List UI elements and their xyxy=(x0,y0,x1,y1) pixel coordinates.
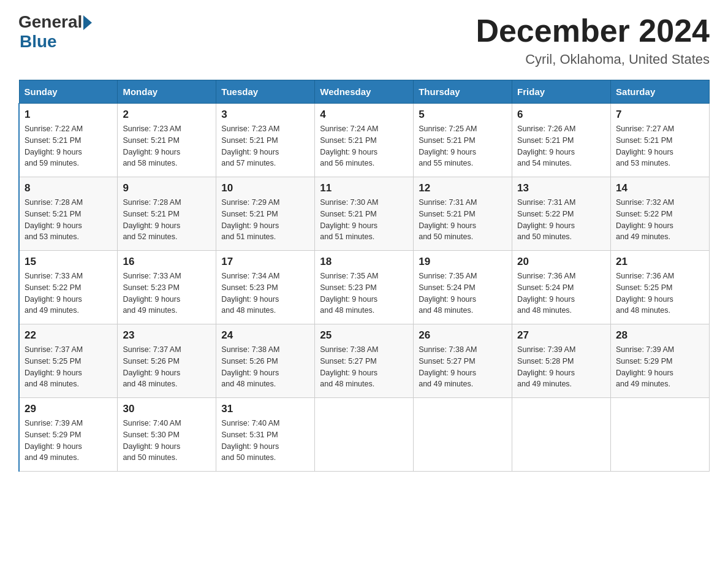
day-number: 2 xyxy=(123,109,211,121)
calendar-cell: 27Sunrise: 7:39 AMSunset: 5:28 PMDayligh… xyxy=(512,324,611,398)
day-info: Sunrise: 7:40 AMSunset: 5:30 PMDaylight:… xyxy=(123,418,211,464)
calendar-cell: 17Sunrise: 7:34 AMSunset: 5:23 PMDayligh… xyxy=(216,251,315,324)
calendar-cell: 11Sunrise: 7:30 AMSunset: 5:21 PMDayligh… xyxy=(315,177,414,251)
day-info: Sunrise: 7:23 AMSunset: 5:21 PMDaylight:… xyxy=(123,123,211,169)
day-info: Sunrise: 7:29 AMSunset: 5:21 PMDaylight:… xyxy=(221,197,309,243)
day-number: 13 xyxy=(517,182,605,194)
calendar-cell xyxy=(611,398,710,472)
day-number: 26 xyxy=(419,329,507,342)
calendar-cell: 31Sunrise: 7:40 AMSunset: 5:31 PMDayligh… xyxy=(216,398,315,472)
day-info: Sunrise: 7:22 AMSunset: 5:21 PMDaylight:… xyxy=(25,123,112,169)
calendar-cell: 10Sunrise: 7:29 AMSunset: 5:21 PMDayligh… xyxy=(216,177,315,251)
day-info: Sunrise: 7:30 AMSunset: 5:21 PMDaylight:… xyxy=(320,197,408,243)
calendar-cell: 6Sunrise: 7:26 AMSunset: 5:21 PMDaylight… xyxy=(512,104,611,177)
day-number: 28 xyxy=(616,329,704,342)
calendar-cell: 29Sunrise: 7:39 AMSunset: 5:29 PMDayligh… xyxy=(19,398,118,472)
calendar-cell: 28Sunrise: 7:39 AMSunset: 5:29 PMDayligh… xyxy=(611,324,710,398)
calendar-cell: 30Sunrise: 7:40 AMSunset: 5:30 PMDayligh… xyxy=(118,398,216,472)
day-header-tuesday: Tuesday xyxy=(216,80,315,104)
day-info: Sunrise: 7:38 AMSunset: 5:26 PMDaylight:… xyxy=(221,344,309,390)
day-number: 10 xyxy=(221,182,309,194)
day-number: 16 xyxy=(123,256,211,268)
calendar-cell xyxy=(315,398,414,472)
day-number: 9 xyxy=(123,182,211,194)
day-info: Sunrise: 7:36 AMSunset: 5:25 PMDaylight:… xyxy=(616,270,704,316)
day-info: Sunrise: 7:27 AMSunset: 5:21 PMDaylight:… xyxy=(616,123,704,169)
logo-blue-text: Blue xyxy=(20,32,57,52)
calendar-cell: 22Sunrise: 7:37 AMSunset: 5:25 PMDayligh… xyxy=(19,324,118,398)
calendar-week-4: 22Sunrise: 7:37 AMSunset: 5:25 PMDayligh… xyxy=(19,324,710,398)
day-number: 29 xyxy=(25,403,112,415)
calendar-week-2: 8Sunrise: 7:28 AMSunset: 5:21 PMDaylight… xyxy=(19,177,710,251)
calendar-cell: 15Sunrise: 7:33 AMSunset: 5:22 PMDayligh… xyxy=(19,251,118,324)
day-number: 22 xyxy=(25,329,112,342)
day-info: Sunrise: 7:25 AMSunset: 5:21 PMDaylight:… xyxy=(419,123,507,169)
calendar-cell: 4Sunrise: 7:24 AMSunset: 5:21 PMDaylight… xyxy=(315,104,414,177)
location-text: Cyril, Oklahoma, United States xyxy=(476,52,710,67)
day-info: Sunrise: 7:23 AMSunset: 5:21 PMDaylight:… xyxy=(221,123,309,169)
logo: General Blue xyxy=(18,12,92,52)
calendar-cell: 21Sunrise: 7:36 AMSunset: 5:25 PMDayligh… xyxy=(611,251,710,324)
calendar-cell: 25Sunrise: 7:38 AMSunset: 5:27 PMDayligh… xyxy=(315,324,414,398)
day-info: Sunrise: 7:39 AMSunset: 5:29 PMDaylight:… xyxy=(616,344,704,390)
calendar-cell: 5Sunrise: 7:25 AMSunset: 5:21 PMDaylight… xyxy=(414,104,512,177)
day-info: Sunrise: 7:35 AMSunset: 5:23 PMDaylight:… xyxy=(320,270,408,316)
calendar-cell: 19Sunrise: 7:35 AMSunset: 5:24 PMDayligh… xyxy=(414,251,512,324)
calendar-cell: 16Sunrise: 7:33 AMSunset: 5:23 PMDayligh… xyxy=(118,251,216,324)
day-number: 25 xyxy=(320,329,408,342)
day-info: Sunrise: 7:28 AMSunset: 5:21 PMDaylight:… xyxy=(123,197,211,243)
day-number: 20 xyxy=(517,256,605,268)
day-info: Sunrise: 7:35 AMSunset: 5:24 PMDaylight:… xyxy=(419,270,507,316)
calendar-cell: 14Sunrise: 7:32 AMSunset: 5:22 PMDayligh… xyxy=(611,177,710,251)
calendar-week-5: 29Sunrise: 7:39 AMSunset: 5:29 PMDayligh… xyxy=(19,398,710,472)
day-info: Sunrise: 7:31 AMSunset: 5:21 PMDaylight:… xyxy=(419,197,507,243)
day-number: 5 xyxy=(419,109,507,121)
day-info: Sunrise: 7:33 AMSunset: 5:22 PMDaylight:… xyxy=(25,270,112,316)
day-info: Sunrise: 7:33 AMSunset: 5:23 PMDaylight:… xyxy=(123,270,211,316)
calendar-cell: 20Sunrise: 7:36 AMSunset: 5:24 PMDayligh… xyxy=(512,251,611,324)
day-info: Sunrise: 7:28 AMSunset: 5:21 PMDaylight:… xyxy=(25,197,112,243)
day-number: 19 xyxy=(419,256,507,268)
calendar-table: SundayMondayTuesdayWednesdayThursdayFrid… xyxy=(18,80,710,472)
day-header-friday: Friday xyxy=(512,80,611,104)
calendar-cell: 9Sunrise: 7:28 AMSunset: 5:21 PMDaylight… xyxy=(118,177,216,251)
day-header-sunday: Sunday xyxy=(19,80,118,104)
day-number: 1 xyxy=(25,109,112,121)
day-info: Sunrise: 7:34 AMSunset: 5:23 PMDaylight:… xyxy=(221,270,309,316)
day-info: Sunrise: 7:39 AMSunset: 5:29 PMDaylight:… xyxy=(25,418,112,464)
calendar-cell: 3Sunrise: 7:23 AMSunset: 5:21 PMDaylight… xyxy=(216,104,315,177)
calendar-cell: 8Sunrise: 7:28 AMSunset: 5:21 PMDaylight… xyxy=(19,177,118,251)
logo-arrow-icon xyxy=(83,15,92,30)
title-section: December 2024 Cyril, Oklahoma, United St… xyxy=(476,12,710,67)
page-header: General Blue December 2024 Cyril, Oklaho… xyxy=(18,12,710,67)
day-number: 3 xyxy=(221,109,309,121)
day-info: Sunrise: 7:32 AMSunset: 5:22 PMDaylight:… xyxy=(616,197,704,243)
day-number: 12 xyxy=(419,182,507,194)
day-info: Sunrise: 7:40 AMSunset: 5:31 PMDaylight:… xyxy=(221,418,309,464)
calendar-cell: 2Sunrise: 7:23 AMSunset: 5:21 PMDaylight… xyxy=(118,104,216,177)
day-header-wednesday: Wednesday xyxy=(315,80,414,104)
day-number: 23 xyxy=(123,329,211,342)
calendar-cell: 1Sunrise: 7:22 AMSunset: 5:21 PMDaylight… xyxy=(19,104,118,177)
calendar-cell xyxy=(512,398,611,472)
day-number: 14 xyxy=(616,182,704,194)
day-number: 18 xyxy=(320,256,408,268)
day-info: Sunrise: 7:36 AMSunset: 5:24 PMDaylight:… xyxy=(517,270,605,316)
day-number: 24 xyxy=(221,329,309,342)
calendar-cell: 18Sunrise: 7:35 AMSunset: 5:23 PMDayligh… xyxy=(315,251,414,324)
day-header-thursday: Thursday xyxy=(414,80,512,104)
day-number: 21 xyxy=(616,256,704,268)
calendar-cell xyxy=(414,398,512,472)
logo-general-text: General xyxy=(18,12,82,32)
calendar-cell: 23Sunrise: 7:37 AMSunset: 5:26 PMDayligh… xyxy=(118,324,216,398)
day-info: Sunrise: 7:24 AMSunset: 5:21 PMDaylight:… xyxy=(320,123,408,169)
day-number: 6 xyxy=(517,109,605,121)
calendar-cell: 13Sunrise: 7:31 AMSunset: 5:22 PMDayligh… xyxy=(512,177,611,251)
day-info: Sunrise: 7:37 AMSunset: 5:25 PMDaylight:… xyxy=(25,344,112,390)
day-number: 11 xyxy=(320,182,408,194)
calendar-week-1: 1Sunrise: 7:22 AMSunset: 5:21 PMDaylight… xyxy=(19,104,710,177)
calendar-cell: 24Sunrise: 7:38 AMSunset: 5:26 PMDayligh… xyxy=(216,324,315,398)
day-number: 7 xyxy=(616,109,704,121)
day-header-saturday: Saturday xyxy=(611,80,710,104)
day-info: Sunrise: 7:26 AMSunset: 5:21 PMDaylight:… xyxy=(517,123,605,169)
